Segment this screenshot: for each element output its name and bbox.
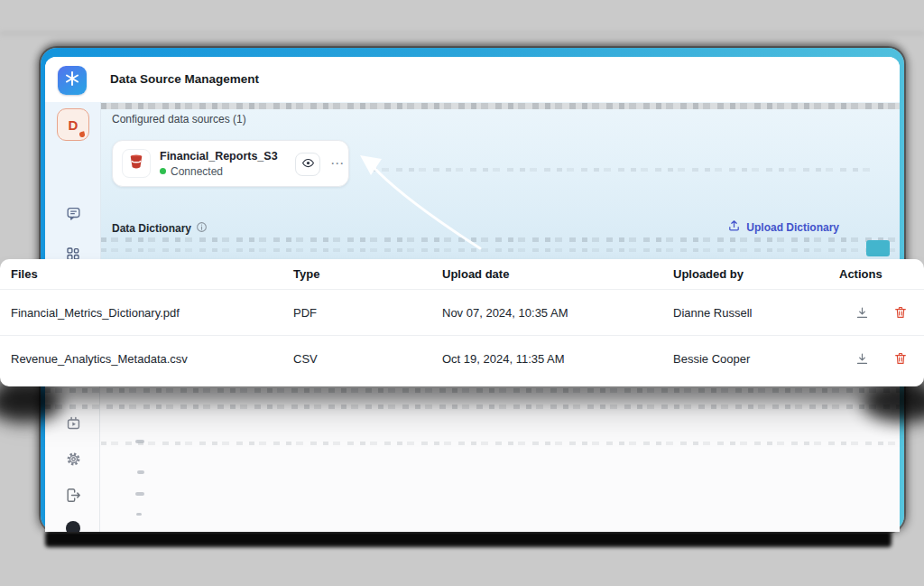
delete-file-button[interactable] [893,305,908,320]
uploaded-by-cell: Bessie Cooper [673,352,839,366]
screenshot-stage: Data Source Management D [0,0,924,586]
table-header-row: Files Type Upload date Uploaded by Actio… [0,259,924,289]
connected-status-dot [160,168,166,174]
upload-dictionary-label: Upload Dictionary [746,221,839,234]
upload-icon [727,219,741,236]
upload-date-cell: Nov 07, 2024, 10:35 AM [442,306,673,320]
source-menu-button[interactable]: ⋯ [327,152,348,175]
logout-icon [65,487,82,507]
col-header-files: Files [11,267,293,281]
blur-noise-band [45,388,900,393]
preview-source-button[interactable] [295,153,320,176]
col-header-type: Type [293,267,442,281]
delete-file-button[interactable] [893,351,908,366]
download-file-button[interactable] [855,305,870,321]
blurred-teal-element [866,240,890,256]
app-logo[interactable] [58,66,87,95]
blur-noise-band [101,442,895,445]
trash-icon [893,351,908,366]
gear-icon [65,451,82,471]
data-source-card[interactable]: Financial_Reports_S3 Connected [112,140,349,187]
page-title: Data Source Management [110,57,259,102]
pen-nib-icon [79,131,85,137]
s3-bucket-icon [127,153,145,174]
sidebar-item-logout[interactable] [45,487,101,507]
user-avatar[interactable]: D [57,108,89,141]
asterisk-logo-icon [63,70,81,91]
source-name: Financial_Reports_S3 [160,150,278,163]
sidebar-item-chat[interactable] [45,205,101,226]
dictionary-files-table: Files Type Upload date Uploaded by Actio… [0,259,924,386]
cropped-avatar [66,521,80,532]
source-icon-box [122,149,151,178]
sidebar-item-settings[interactable] [45,451,101,471]
blur-noise-band [45,405,900,409]
background-streak [0,31,924,36]
tv-icon [65,414,82,435]
window-drop-shadow [45,531,892,547]
connected-status-label: Connected [171,165,223,178]
info-icon[interactable] [196,220,208,237]
download-file-button[interactable] [855,351,870,367]
trash-icon [893,305,908,320]
blurred-text-mark [137,470,144,474]
download-icon [855,351,870,367]
configured-sources-label: Configured data sources (1) [112,113,246,126]
blurred-text-mark [136,513,142,516]
avatar-letter: D [69,117,79,133]
upload-date-cell: Oct 19, 2024, 11:35 AM [442,352,673,366]
window-header: Data Source Management [45,57,900,102]
sidebar-item-tutorials[interactable] [45,414,101,435]
upload-dictionary-button[interactable]: Upload Dictionary [727,219,839,236]
chat-icon [65,205,82,226]
source-texts: Financial_Reports_S3 Connected [160,150,278,178]
col-header-upload-date: Upload date [442,267,673,281]
sidebar: D [45,102,101,259]
file-name-cell: Financial_Metrics_Dictionary.pdf [11,306,293,320]
table-row: Revenue_Analytics_Metadata.csv CSV Oct 1… [0,335,924,381]
source-status: Connected [160,165,278,178]
col-header-actions: Actions [839,267,924,281]
file-name-cell: Revenue_Analytics_Metadata.csv [11,352,293,366]
eye-icon [301,156,315,173]
table-row: Financial_Metrics_Dictionary.pdf PDF Nov… [0,289,924,335]
ellipsis-icon: ⋯ [330,155,345,172]
blur-noise-band [101,103,900,109]
blurred-text-mark [135,492,144,496]
blurred-lower-content [45,386,900,532]
main-content: Configured data sources (1) F [101,102,900,259]
file-type-cell: CSV [293,352,442,366]
col-header-uploaded-by: Uploaded by [673,267,839,281]
file-type-cell: PDF [293,306,442,320]
blurred-text-mark [135,440,144,443]
annotation-arrow [354,147,507,268]
download-icon [855,305,870,321]
uploaded-by-cell: Dianne Russell [673,306,839,320]
data-dictionary-label: Data Dictionary [112,222,191,235]
data-dictionary-section: Data Dictionary [112,220,208,237]
